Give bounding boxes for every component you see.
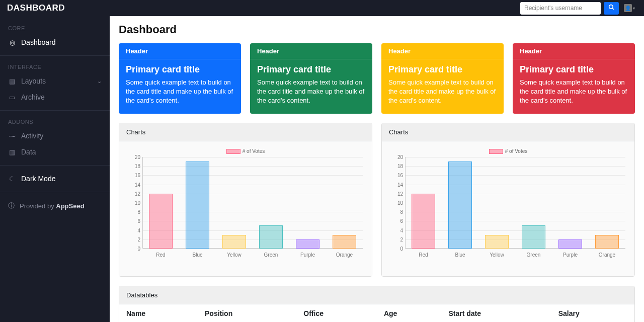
bar-chart: # of Votes02468101214161820RedBlueYellow… bbox=[389, 148, 627, 269]
sidebar-footer[interactable]: ⓘProvided by AppSeed bbox=[0, 197, 110, 214]
x-tick: Blue bbox=[192, 252, 202, 258]
y-tick: 16 bbox=[389, 173, 403, 178]
column-header[interactable]: Start date bbox=[441, 304, 551, 322]
user-menu[interactable]: 👤 ▾ bbox=[622, 2, 637, 15]
y-tick: 4 bbox=[126, 227, 140, 233]
card-title: Primary card title bbox=[257, 64, 365, 75]
column-header[interactable]: Position bbox=[198, 304, 296, 322]
bar-green bbox=[522, 225, 545, 249]
card-title: Primary card title bbox=[126, 64, 234, 75]
y-tick: 0 bbox=[126, 246, 140, 251]
moon-icon: ☾ bbox=[8, 175, 16, 183]
chart-legend: # of Votes bbox=[126, 148, 365, 154]
search-input[interactable] bbox=[520, 2, 601, 15]
legend-label: # of Votes bbox=[243, 148, 265, 154]
y-tick: 12 bbox=[389, 191, 403, 196]
sidebar-item-layouts[interactable]: ▤Layouts⌄ bbox=[0, 73, 110, 89]
bar-green bbox=[259, 225, 283, 249]
y-tick: 8 bbox=[126, 209, 140, 215]
card-text: Some quick example text to build on the … bbox=[126, 78, 234, 106]
chart-body: # of Votes02468101214161820RedBlueYellow… bbox=[119, 141, 372, 276]
card-header: Header bbox=[250, 43, 372, 59]
app-brand[interactable]: DASHBOARD bbox=[7, 3, 65, 13]
y-tick: 2 bbox=[389, 236, 403, 242]
bar-yellow bbox=[485, 235, 509, 249]
y-tick: 20 bbox=[126, 154, 140, 159]
card-title: Primary card title bbox=[520, 64, 628, 75]
x-tick: Purple bbox=[563, 252, 578, 258]
legend-label: # of Votes bbox=[505, 148, 527, 154]
bar-yellow bbox=[222, 235, 246, 249]
nav-icon: ◎ bbox=[8, 39, 16, 46]
card-header: Header bbox=[381, 43, 504, 59]
y-tick: 18 bbox=[389, 164, 403, 169]
column-header[interactable]: Name bbox=[119, 304, 198, 322]
column-header[interactable]: Office bbox=[296, 304, 377, 322]
legend-swatch-icon bbox=[226, 149, 240, 154]
y-tick: 6 bbox=[389, 218, 403, 224]
x-tick: Red bbox=[156, 252, 165, 258]
card-text: Some quick example text to build on the … bbox=[520, 78, 628, 106]
card-header: Header bbox=[513, 43, 635, 59]
x-tick: Red bbox=[419, 252, 428, 258]
user-avatar-icon: 👤 bbox=[624, 4, 632, 12]
sidebar-item-activity[interactable]: ⁓Activity bbox=[0, 128, 110, 144]
x-tick: Blue bbox=[455, 252, 465, 258]
summary-card-blue: HeaderPrimary card titleSome quick examp… bbox=[119, 43, 241, 114]
sidebar: CORE◎DashboardINTERFACE▤Layouts⌄▭Archive… bbox=[0, 16, 110, 322]
sidebar-item-label: Data bbox=[21, 148, 36, 156]
x-tick: Orange bbox=[336, 252, 353, 258]
nav-icon: ▥ bbox=[8, 148, 16, 156]
bar-blue bbox=[186, 162, 209, 249]
x-tick: Orange bbox=[599, 252, 615, 258]
y-tick: 20 bbox=[389, 154, 403, 159]
sidebar-item-dashboard[interactable]: ◎Dashboard bbox=[0, 34, 110, 50]
chart-panel: Charts# of Votes02468101214161820RedBlue… bbox=[381, 123, 635, 277]
info-icon: ⓘ bbox=[8, 201, 15, 210]
y-tick: 10 bbox=[126, 200, 140, 205]
y-tick: 6 bbox=[126, 218, 140, 224]
column-header[interactable]: Age bbox=[377, 304, 441, 322]
card-title: Primary card title bbox=[388, 64, 497, 75]
y-tick: 16 bbox=[126, 173, 140, 178]
bar-red bbox=[412, 194, 435, 249]
bar-chart: # of Votes02468101214161820RedBlueYellow… bbox=[126, 148, 365, 269]
card-text: Some quick example text to build on the … bbox=[388, 78, 497, 106]
sidebar-item-label: Archive bbox=[21, 93, 45, 101]
dark-mode-toggle[interactable]: ☾Dark Mode bbox=[0, 171, 110, 187]
sidebar-item-archive[interactable]: ▭Archive bbox=[0, 89, 110, 105]
search-button[interactable] bbox=[604, 2, 619, 15]
x-tick: Green bbox=[264, 252, 278, 258]
main-content: Dashboard HeaderPrimary card titleSome q… bbox=[110, 16, 644, 322]
sidebar-item-label: Dashboard bbox=[21, 38, 56, 46]
x-tick: Yellow bbox=[227, 252, 242, 258]
chart-body: # of Votes02468101214161820RedBlueYellow… bbox=[382, 141, 634, 276]
summary-card-green: HeaderPrimary card titleSome quick examp… bbox=[250, 43, 372, 114]
sidebar-section-header: INTERFACE bbox=[0, 61, 110, 73]
x-tick: Green bbox=[527, 252, 541, 258]
chart-panel: Charts# of Votes02468101214161820RedBlue… bbox=[119, 123, 372, 277]
x-tick: Purple bbox=[300, 252, 315, 258]
y-tick: 10 bbox=[389, 200, 403, 205]
sidebar-section-header: CORE bbox=[0, 22, 110, 34]
y-tick: 12 bbox=[126, 191, 140, 196]
y-tick: 14 bbox=[389, 182, 403, 187]
bar-blue bbox=[448, 162, 472, 249]
bar-orange bbox=[333, 235, 356, 249]
bar-purple bbox=[558, 239, 582, 249]
bar-orange bbox=[595, 235, 619, 249]
y-tick: 14 bbox=[126, 182, 140, 187]
nav-icon: ▤ bbox=[8, 77, 16, 85]
x-tick: Yellow bbox=[490, 252, 504, 258]
sidebar-item-label: Layouts bbox=[21, 77, 46, 85]
legend-swatch-icon bbox=[489, 149, 503, 154]
datatable-panel: Datatables NamePositionOfficeAgeStart da… bbox=[119, 286, 635, 322]
svg-line-1 bbox=[612, 8, 614, 10]
column-header[interactable]: Salary bbox=[551, 304, 634, 322]
sidebar-item-data[interactable]: ▥Data bbox=[0, 144, 110, 160]
nav-icon: ⁓ bbox=[8, 132, 16, 140]
y-tick: 0 bbox=[389, 246, 403, 251]
y-tick: 18 bbox=[126, 164, 140, 169]
svg-point-0 bbox=[609, 5, 613, 9]
page-title: Dashboard bbox=[119, 23, 635, 36]
